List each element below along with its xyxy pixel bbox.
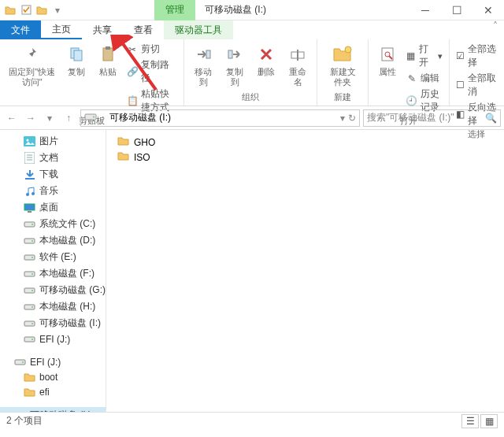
- recent-locations-button[interactable]: ▾: [41, 109, 58, 127]
- tree-item[interactable]: 图片: [0, 133, 106, 150]
- tree-item[interactable]: 文档: [0, 150, 106, 166]
- tree-item-label: 系统文件 (C:): [39, 217, 95, 231]
- move-to-button[interactable]: 移动到: [189, 42, 217, 89]
- checkbox-icon[interactable]: [19, 3, 33, 17]
- search-input[interactable]: 搜索"可移动磁盘 (I:)" 🔍: [363, 109, 501, 127]
- copyto-icon: [224, 43, 246, 65]
- tree-item-label: 本地磁盘 (H:): [39, 300, 95, 313]
- tab-file[interactable]: 文件: [0, 20, 41, 39]
- svg-rect-25: [24, 222, 35, 227]
- group-organize: 移动到 复制到 删除 重命名 组织: [184, 39, 317, 106]
- tree-item-label: 可移动磁盘 (I:): [30, 409, 91, 412]
- select-none-icon: ☐: [456, 80, 465, 91]
- copy-to-button[interactable]: 复制到: [220, 42, 249, 89]
- open-button[interactable]: ▦打开▾: [405, 42, 444, 70]
- title-bar: ▾ 管理 可移动磁盘 (I:) ─ ☐ ✕: [0, 0, 504, 20]
- dropdown-icon[interactable]: ▾: [50, 3, 65, 17]
- doc-icon: [24, 152, 35, 164]
- tree-item[interactable]: 可移动磁盘 (I:): [0, 407, 106, 412]
- shortcut-icon: 📋: [127, 95, 138, 106]
- refresh-button[interactable]: ↻: [348, 113, 356, 124]
- svg-rect-23: [24, 204, 35, 210]
- group-new: 新建文件夹 新建: [317, 39, 369, 106]
- svg-point-34: [32, 290, 33, 291]
- tree-item[interactable]: 软件 (E:): [0, 249, 106, 265]
- rename-button[interactable]: 重命名: [284, 42, 312, 89]
- tab-drive-tools[interactable]: 驱动器工具: [164, 20, 233, 39]
- collapse-ribbon-icon[interactable]: ˄: [487, 20, 504, 39]
- breadcrumb[interactable]: › 可移动磁盘 (I:) ▾ ↻: [80, 109, 360, 127]
- svg-rect-5: [106, 46, 110, 50]
- svg-point-38: [32, 323, 33, 324]
- svg-rect-4: [103, 48, 113, 61]
- tree-item[interactable]: 可移动磁盘 (G:): [0, 282, 106, 298]
- svg-rect-41: [15, 360, 25, 365]
- file-item[interactable]: GHO: [114, 135, 256, 150]
- file-list[interactable]: GHOISO: [106, 130, 504, 412]
- back-button[interactable]: ←: [3, 109, 20, 127]
- window-controls: ─ ☐ ✕: [410, 0, 504, 20]
- tree-item[interactable]: EFI (J:): [0, 331, 106, 346]
- tab-home[interactable]: 主页: [41, 20, 82, 39]
- svg-point-32: [32, 273, 33, 275]
- select-none-button[interactable]: ☐全部取消: [454, 71, 499, 99]
- properties-button[interactable]: 属性: [373, 42, 402, 79]
- tree-item-label: 文档: [39, 151, 58, 165]
- file-item[interactable]: ISO: [114, 150, 256, 165]
- tree-item[interactable]: EFI (J:): [0, 354, 106, 369]
- copy-button[interactable]: 复制: [62, 42, 91, 79]
- icons-view-button[interactable]: ▦: [480, 414, 498, 428]
- minimize-button[interactable]: ─: [410, 0, 441, 20]
- maximize-button[interactable]: ☐: [441, 0, 472, 20]
- tree-item[interactable]: 下载: [0, 166, 106, 183]
- tree-item[interactable]: boot: [0, 369, 106, 384]
- pin-to-quick-access-button[interactable]: 固定到"快速访问": [5, 42, 59, 89]
- edit-icon: ✎: [406, 73, 417, 84]
- tree-item-label: 图片: [39, 135, 58, 148]
- edit-button[interactable]: ✎编辑: [405, 71, 444, 86]
- tree-item[interactable]: efi: [0, 384, 106, 399]
- tree-item[interactable]: 可移动磁盘 (I:): [0, 315, 106, 331]
- group-clipboard: 固定到"快速访问" 复制 粘贴 ✂剪切 🔗复制路径 📋粘贴快捷方式 剪贴板: [0, 39, 184, 106]
- tab-share[interactable]: 共享: [82, 20, 123, 39]
- folder-icon: [24, 371, 35, 383]
- group-label-organize: 组织: [189, 91, 312, 103]
- paste-button[interactable]: 粘贴: [94, 42, 122, 79]
- manage-contextual-tab[interactable]: 管理: [154, 0, 195, 20]
- tree-item[interactable]: 本地磁盘 (F:): [0, 265, 106, 282]
- refresh-dropdown-icon[interactable]: ▾: [340, 113, 345, 124]
- cut-icon: ✂: [127, 44, 138, 55]
- properties-icon: [376, 43, 398, 65]
- copy-path-button[interactable]: 🔗复制路径: [125, 57, 179, 86]
- delete-icon: [255, 43, 277, 65]
- window-title: 可移动磁盘 (I:): [195, 3, 276, 17]
- new-folder-button[interactable]: 新建文件夹: [322, 42, 363, 89]
- group-select: ☑全部选择 ☐全部取消 ◧反向选择 选择: [450, 39, 504, 106]
- navigation-tree[interactable]: 图片文档下载音乐桌面系统文件 (C:)本地磁盘 (D:)软件 (E:)本地磁盘 …: [0, 130, 106, 412]
- drive-icon: [24, 317, 35, 329]
- svg-rect-6: [206, 50, 210, 58]
- tree-item[interactable]: 本地磁盘 (D:): [0, 232, 106, 249]
- svg-point-36: [32, 306, 33, 308]
- select-all-button[interactable]: ☑全部选择: [454, 42, 499, 70]
- tree-item[interactable]: 系统文件 (C:): [0, 216, 106, 232]
- cut-button[interactable]: ✂剪切: [125, 42, 179, 57]
- tab-view[interactable]: 查看: [123, 20, 164, 39]
- group-open: 属性 ▦打开▾ ✎编辑 🕘历史记录 打开: [369, 39, 450, 106]
- search-placeholder: 搜索"可移动磁盘 (I:)": [367, 111, 454, 124]
- details-view-button[interactable]: ☰: [461, 414, 479, 428]
- close-button[interactable]: ✕: [472, 0, 504, 20]
- delete-button[interactable]: 删除: [252, 42, 280, 79]
- up-button[interactable]: ↑: [60, 109, 77, 127]
- tree-item-label: 下载: [39, 168, 58, 181]
- tree-item-label: EFI (J:): [39, 334, 70, 345]
- forward-button[interactable]: →: [22, 109, 39, 127]
- tree-item[interactable]: 本地磁盘 (H:): [0, 298, 106, 315]
- pin-icon: [21, 43, 43, 65]
- tree-item[interactable]: 桌面: [0, 199, 106, 216]
- move-icon: [192, 43, 214, 65]
- tree-item-label: boot: [39, 372, 57, 383]
- tree-item[interactable]: 音乐: [0, 183, 106, 199]
- svg-rect-37: [24, 321, 35, 326]
- group-label-new: 新建: [322, 91, 363, 103]
